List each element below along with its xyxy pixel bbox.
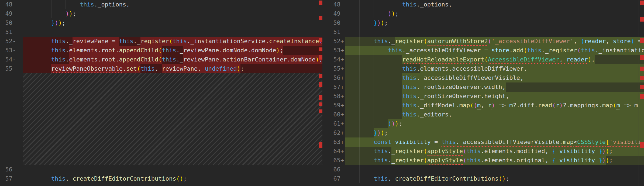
token: ._rootSizeObserver.width, bbox=[416, 82, 506, 92]
overview-ruler-border bbox=[639, 0, 639, 186]
code-line-original-48[interactable]: 48 this._options, bbox=[0, 0, 322, 9]
token: r bbox=[556, 101, 559, 110]
code-line-original-56[interactable]: 56 bbox=[0, 165, 322, 174]
line-trailing-background bbox=[388, 128, 644, 137]
code-line-modified-64[interactable]: 64+ this._register(applyStyle(this.eleme… bbox=[323, 147, 644, 156]
indent-guide bbox=[23, 55, 23, 64]
indent-guide bbox=[359, 46, 360, 55]
indent-guide bbox=[345, 46, 345, 55]
indent-guide bbox=[374, 110, 374, 119]
ruler-diff-mark bbox=[319, 142, 322, 148]
indent-guide bbox=[37, 64, 37, 73]
code-content: })); bbox=[23, 18, 322, 27]
code-line-original-50[interactable]: 50 })); bbox=[0, 18, 322, 27]
token bbox=[23, 9, 66, 18]
indent-guide bbox=[359, 174, 360, 183]
token: ; bbox=[73, 9, 76, 18]
code-line-modified-55[interactable]: 55+ this.elements.accessibleDiffViewer, bbox=[323, 64, 644, 73]
code-line-modified-54[interactable]: 54+ readHotReloadableExport(AccessibleDi… bbox=[323, 55, 644, 64]
token: ; bbox=[62, 18, 66, 27]
code-line-modified-52[interactable]: 52+ this._register(autorunWithStore2('_a… bbox=[323, 37, 644, 46]
code-content: })); bbox=[345, 18, 644, 27]
token: this bbox=[402, 64, 416, 73]
token: ; bbox=[280, 46, 283, 55]
token: this bbox=[51, 174, 66, 183]
line-trailing-background bbox=[527, 64, 644, 73]
code-line-modified-56[interactable]: 56+ this._accessibleDiffViewerVisible, bbox=[323, 73, 644, 82]
token: ; bbox=[506, 174, 509, 183]
code-content: const visibility = this._accessibleDiffV… bbox=[345, 137, 644, 147]
code-content: this.elements.accessibleDiffViewer, bbox=[345, 64, 644, 73]
token: ) bbox=[559, 101, 563, 110]
token: ( bbox=[613, 101, 617, 110]
code-line-modified-60[interactable]: 60+ this._editors, bbox=[323, 110, 644, 119]
code-line-original-52[interactable]: 52- this._reviewPane = this._register(th… bbox=[0, 37, 322, 46]
code-line-original-49[interactable]: 49 )); bbox=[0, 9, 322, 18]
ruler-diff-mark bbox=[640, 85, 644, 89]
indent-guide bbox=[345, 147, 345, 156]
line-number: 54 bbox=[323, 55, 340, 64]
diff-editor: 48 this._options,49 ));50 }));5152- this… bbox=[0, 0, 644, 186]
token: ) bbox=[395, 119, 398, 128]
code-line-modified-48[interactable]: 48 this._options, bbox=[323, 0, 644, 9]
code-line-modified-59[interactable]: 59+ this._diffModel.map((m, r) => m?.dif… bbox=[323, 101, 644, 110]
code-line-modified-58[interactable]: 58+ this._rootSizeObserver.height, bbox=[323, 92, 644, 101]
token: < bbox=[574, 137, 577, 147]
indent-guide bbox=[388, 101, 388, 110]
token: register bbox=[395, 147, 423, 156]
indent-guide bbox=[359, 110, 360, 119]
code-line-original-57[interactable]: 57 this._createDiffEditorContributions()… bbox=[0, 174, 322, 183]
token: ; bbox=[395, 9, 398, 18]
line-number: 51 bbox=[0, 27, 12, 37]
code-line-modified-50[interactable]: 50 })); bbox=[323, 18, 644, 27]
ruler-diff-mark bbox=[319, 55, 322, 60]
code-line-original-54[interactable]: 54- this.elements.root.appendChild(this.… bbox=[0, 55, 322, 64]
diff-sign-plus: + bbox=[340, 156, 344, 165]
code-line-modified-63[interactable]: 63+ const visibility = this._accessibleD… bbox=[323, 137, 644, 147]
token: ( bbox=[158, 46, 162, 55]
code-content: this._rootSizeObserver.width, bbox=[345, 82, 644, 92]
indent-guide bbox=[359, 101, 360, 110]
code-line-original-55[interactable]: 55- reviewPaneObservable.set(this._revie… bbox=[0, 64, 322, 73]
code-line-original-51[interactable]: 51 bbox=[0, 27, 322, 37]
token: ) bbox=[58, 18, 62, 27]
indent-guide bbox=[23, 64, 23, 73]
token: visibility bbox=[556, 156, 599, 165]
indent-guide bbox=[374, 55, 374, 64]
token bbox=[345, 46, 388, 55]
code-line-modified-67[interactable]: 67 this._createDiffEditorContributions()… bbox=[323, 174, 644, 183]
code-line-modified-53[interactable]: 53+ this._accessibleDiffViewer = store.a… bbox=[323, 46, 644, 55]
code-line-modified-66[interactable]: 66 bbox=[323, 165, 644, 174]
indent-guide bbox=[359, 165, 360, 174]
code-line-modified-65[interactable]: 65+ this._register(applyStyle(this.eleme… bbox=[323, 156, 644, 165]
diff-pane-original[interactable]: 48 this._options,49 ));50 }));5152- this… bbox=[0, 0, 322, 186]
indent-guide bbox=[37, 0, 37, 9]
overview-ruler-original[interactable] bbox=[319, 0, 322, 186]
token: applyStyle bbox=[427, 147, 463, 156]
token: CSSStyle bbox=[577, 137, 606, 147]
token: ) bbox=[631, 37, 634, 46]
token: ._ bbox=[388, 174, 395, 183]
code-content: this._register(autorunWithStore2('_acces… bbox=[345, 37, 644, 46]
diff-sign-plus: + bbox=[340, 64, 344, 73]
token: . bbox=[66, 55, 69, 64]
code-line-original-53[interactable]: 53- this.elements.root.appendChild(this.… bbox=[0, 46, 322, 55]
overview-ruler-modified[interactable] bbox=[640, 0, 644, 186]
code-line-modified-62[interactable]: 62+ })); bbox=[323, 128, 644, 137]
line-number: 53 bbox=[323, 46, 340, 55]
diff-pane-modified[interactable]: 48 this._options,49 ));50 }));5152+ this… bbox=[323, 0, 644, 186]
token: this bbox=[466, 147, 481, 156]
diff-sign-plus: + bbox=[340, 92, 344, 101]
token: ._ bbox=[155, 64, 162, 73]
indent-guide bbox=[345, 110, 345, 119]
token: r bbox=[488, 101, 491, 110]
code-line-modified-61[interactable]: 61+ ))); bbox=[323, 119, 644, 128]
token: } bbox=[374, 128, 377, 137]
code-line-modified-51[interactable]: 51 bbox=[323, 27, 644, 37]
code-line-modified-49[interactable]: 49 )); bbox=[323, 9, 644, 18]
token: this bbox=[51, 46, 66, 55]
code-line-modified-57[interactable]: 57+ this._rootSizeObserver.width, bbox=[323, 82, 644, 92]
indent-guide bbox=[388, 110, 388, 119]
token: this bbox=[374, 174, 388, 183]
token: ; bbox=[384, 18, 388, 27]
